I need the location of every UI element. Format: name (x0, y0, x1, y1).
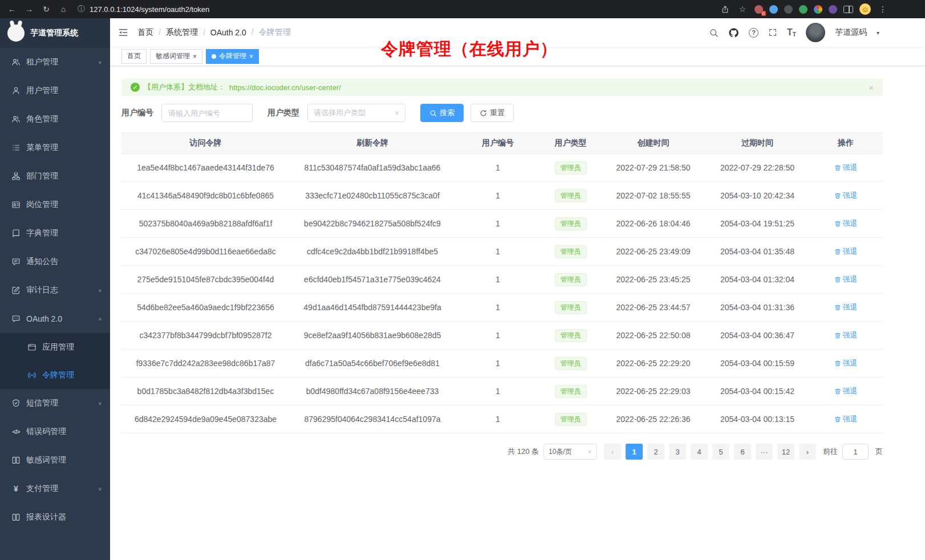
caret-down-icon[interactable]: ▾ (877, 30, 879, 36)
page-content: ✓ 【用户体系】文档地址： https://doc.iocoder.cn/use… (110, 66, 925, 560)
user-type-badge: 管理员 (555, 329, 587, 342)
sidebar-item-user[interactable]: 用户管理 (0, 76, 110, 105)
sidebar-item-error-code[interactable]: </> 错误码管理 (0, 417, 110, 446)
github-icon[interactable] (728, 27, 739, 38)
force-logout-button[interactable]: 强退 (834, 302, 858, 313)
force-logout-button[interactable]: 强退 (834, 274, 858, 285)
page-button-4[interactable]: 4 (691, 444, 708, 460)
sidebar-item-sms[interactable]: 短信管理 ∨ (0, 389, 110, 417)
user-id-cell: 1 (455, 154, 541, 181)
extension-icon[interactable] (769, 5, 778, 14)
more-pages-button[interactable]: ··· (756, 444, 773, 460)
access-token-cell: f9336e7c7dd242a283ee98dc86b17a87 (121, 350, 290, 377)
force-logout-button[interactable]: 强退 (834, 246, 858, 257)
font-size-icon[interactable]: T (787, 27, 796, 38)
sidebar-item-notice[interactable]: 通知公告 (0, 247, 110, 276)
sidebar-item-dept[interactable]: 部门管理 (0, 162, 110, 190)
page-button-6[interactable]: 6 (734, 444, 751, 460)
sidebar-item-sensitive-word[interactable]: 敏感词管理 (0, 446, 110, 474)
sidebar-item-tenant[interactable]: 租户管理 ∨ (0, 48, 110, 76)
active-dot (212, 54, 216, 59)
sidebar-item-dict[interactable]: 字典管理 (0, 219, 110, 247)
reload-icon[interactable]: ↻ (39, 2, 54, 17)
breadcrumb-oauth2[interactable]: OAuth 2.0 (198, 28, 246, 37)
force-logout-button[interactable]: 强退 (834, 330, 858, 340)
sidebar-item-pay[interactable]: ¥ 支付管理 ∨ (0, 474, 110, 503)
sidebar-item-oauth2[interactable]: OAuth 2.0 ∧ (0, 305, 110, 333)
sidebar-item-post[interactable]: 岗位管理 (0, 190, 110, 219)
close-icon[interactable]: × (249, 53, 253, 60)
access-token-cell: 6d842e2924594de9a09e45e087323abe (121, 405, 290, 433)
user-avatar[interactable] (806, 23, 825, 42)
reset-button[interactable]: 重置 (470, 104, 514, 122)
breadcrumb-system[interactable]: 系统管理 (153, 27, 198, 38)
force-logout-button[interactable]: 强退 (834, 190, 858, 201)
doc-link[interactable]: https://doc.iocoder.cn/user-center/ (229, 83, 341, 92)
sidebar-item-audit-log[interactable]: 审计日志 ∨ (0, 276, 110, 305)
user-id-input[interactable] (161, 104, 253, 122)
sidebar-item-menu[interactable]: 菜单管理 (0, 133, 110, 162)
tab-home[interactable]: 首页 (121, 49, 147, 64)
sidebar-item-role[interactable]: 角色管理 (0, 105, 110, 133)
expire-time-cell: 2022-07-29 22:28:50 (706, 154, 809, 181)
breadcrumb-home[interactable]: 首页 (137, 27, 153, 38)
force-logout-button[interactable]: 强退 (834, 414, 858, 424)
browser-menu-icon[interactable]: ⋮ (877, 3, 889, 15)
forward-icon[interactable]: → (22, 2, 36, 17)
help-icon[interactable]: ? (749, 28, 758, 38)
split-view-icon[interactable] (843, 6, 853, 13)
force-logout-button[interactable]: 强退 (834, 163, 858, 173)
search-icon[interactable] (709, 28, 719, 38)
expire-time-cell: 2054-03-04 00:15:42 (706, 378, 809, 405)
access-token-cell: b0d1785bc3a8482f812db4a3f3bd15ec (121, 378, 290, 405)
sidebar-item-oauth2-token[interactable]: 令牌管理 (0, 361, 110, 389)
expire-time-cell: 2054-03-04 00:13:15 (706, 405, 809, 433)
search-button[interactable]: 搜索 (420, 104, 464, 122)
force-logout-button[interactable]: 强退 (834, 218, 858, 229)
access-token-cell: 502375b8040a469a9b82188afdf6af1f (121, 210, 290, 237)
page-size-select[interactable]: 10条/页 ∨ (543, 444, 597, 460)
back-icon[interactable]: ← (5, 2, 19, 17)
goto-page-input[interactable] (842, 444, 869, 460)
sidebar-item-oauth2-app[interactable]: 应用管理 (0, 333, 110, 361)
col-user-type: 用户类型 (541, 133, 601, 153)
user-type-select[interactable]: 请选择用户类型 ∨ (307, 104, 405, 122)
tab-sensitive-word[interactable]: 敏感词管理 × (150, 49, 202, 64)
notice-bubble-icon (11, 257, 21, 266)
site-info-icon[interactable]: ⓘ (78, 4, 85, 14)
next-page-button[interactable]: › (799, 444, 816, 460)
columns-icon (11, 513, 21, 522)
page-button-12[interactable]: 12 (777, 444, 794, 460)
create-time-cell: 2022-06-26 18:04:46 (601, 210, 706, 237)
hamburger-icon[interactable] (118, 27, 128, 38)
home-icon[interactable]: ⌂ (56, 2, 71, 17)
prev-page-button[interactable]: ‹ (604, 444, 621, 460)
create-time-cell: 2022-07-02 18:55:55 (601, 182, 706, 209)
username[interactable]: 芋道源码 (835, 27, 867, 38)
user-id-label: 用户编号 (121, 108, 153, 118)
user-id-cell: 1 (455, 238, 541, 265)
close-icon[interactable]: × (193, 53, 197, 60)
access-token-cell: 275e5de9151045fe87cbdc395e004f4d (121, 266, 290, 293)
page-button-2[interactable]: 2 (647, 444, 664, 460)
breadcrumb: 首页 系统管理 OAuth 2.0 令牌管理 (137, 27, 291, 38)
bookmark-star-icon[interactable]: ☆ (737, 3, 748, 15)
fullscreen-icon[interactable] (768, 28, 777, 37)
extension-icon[interactable] (784, 5, 793, 14)
extension-icon[interactable] (829, 5, 837, 14)
extension-icon[interactable] (799, 5, 808, 14)
oauth2-submenu: 应用管理 令牌管理 (0, 333, 110, 389)
force-logout-button[interactable]: 强退 (834, 358, 858, 368)
alert-close-icon[interactable]: × (869, 83, 874, 92)
page-button-3[interactable]: 3 (669, 444, 686, 460)
page-button-1[interactable]: 1 (626, 444, 643, 460)
share-icon[interactable] (719, 3, 731, 15)
tab-token[interactable]: 令牌管理 × (206, 49, 259, 64)
browser-profile-avatar[interactable]: ☺ (859, 3, 871, 15)
extension-icon[interactable] (814, 5, 822, 14)
sidebar-item-report-designer[interactable]: 报表设计器 (0, 503, 110, 531)
force-logout-button[interactable]: 强退 (834, 386, 858, 396)
address-bar[interactable]: ⓘ 127.0.0.1:1024/system/oauth2/token (78, 4, 717, 14)
extension-icon[interactable]: 0 (754, 5, 763, 14)
page-button-5[interactable]: 5 (712, 444, 729, 460)
